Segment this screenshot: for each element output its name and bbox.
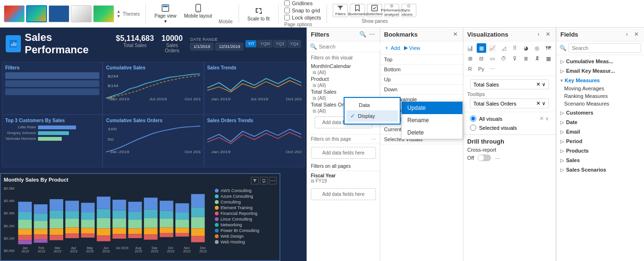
period-btn-4[interactable]: YQ4	[288, 40, 301, 48]
mobile-layout-btn[interactable]: Mobile layout	[181, 2, 215, 25]
expand-chart-btn[interactable]	[260, 177, 268, 184]
field-group-cumulative-header[interactable]: ▷ Cumulative Meas...	[557, 57, 644, 66]
cumulative-sales-card: Cumulative Sales $2M $1M $0 Jan 2019 Jul…	[103, 62, 203, 115]
viz-icon-matrix[interactable]: ⊟	[477, 54, 486, 63]
field-group-key-measures: ▾ Key Measures Moving Averages Ranking M…	[557, 76, 644, 107]
performance-analyzer-label: Performance analyzer	[381, 8, 403, 17]
theme-3[interactable]	[48, 5, 69, 22]
field-group-products-header[interactable]: ▷ Products	[557, 146, 644, 155]
date-to[interactable]: 12/31/2019	[215, 43, 243, 50]
selection-pane-btn[interactable]: Selection	[367, 4, 382, 17]
fields-search-input[interactable]	[568, 43, 641, 53]
bookmark-down[interactable]: Down	[380, 85, 463, 95]
sync-slicers-btn[interactable]: Sync slicers	[401, 4, 416, 17]
viz-icon-stacked-bar[interactable]: ▦	[477, 43, 486, 53]
gridlines-option[interactable]: Gridlines	[284, 0, 321, 6]
bookmark-top[interactable]: Top	[380, 55, 463, 65]
key-measures-ranking[interactable]: Ranking Measures	[557, 92, 644, 100]
field-group-customers-header[interactable]: ▷ Customers	[557, 108, 644, 117]
svg-rect-55	[113, 211, 126, 219]
scale-to-fit-btn[interactable]: Scale to fit	[245, 5, 273, 22]
add-fields-page-btn[interactable]: Add data fields here	[311, 147, 376, 159]
view-bookmark-btn[interactable]: ▶ View	[404, 44, 421, 51]
viz-icon-waterfall[interactable]: ≣	[521, 54, 531, 63]
viz-icon-treemap[interactable]: ▦	[544, 54, 553, 63]
bookmarks-pane-btn[interactable]: Bookmarks	[350, 4, 365, 17]
viz-icon-more[interactable]: ⋯	[488, 64, 497, 74]
viz-icon-ribbon[interactable]: 🎗	[532, 54, 542, 63]
filters-search-input[interactable]	[319, 44, 384, 49]
ctx-rename[interactable]: Rename	[402, 114, 462, 126]
fields-close-icon[interactable]: ✕	[633, 30, 640, 38]
svg-rect-50	[97, 209, 111, 218]
field-group-key-measures-header[interactable]: ▾ Key Measures	[557, 76, 644, 85]
viz-icon-gauge[interactable]: ⏱	[499, 54, 509, 63]
theme-5[interactable]	[93, 5, 114, 22]
field-group-date-header[interactable]: ▷ Date	[557, 118, 644, 126]
field-group-period-header[interactable]: ▷ Period	[557, 137, 644, 145]
period-btn-1[interactable]: YIT	[245, 40, 257, 48]
filters-more-icon[interactable]: ⋯	[368, 30, 376, 38]
bm-sub-data[interactable]: Data	[346, 100, 398, 110]
bookmark-bottom[interactable]: Bottom	[380, 65, 463, 75]
performance-analyzer-btn[interactable]: Performance analyzer	[384, 4, 399, 17]
filter-slicer-3[interactable]	[5, 88, 99, 95]
filters-pane-btn[interactable]: Filters	[333, 4, 348, 17]
lock-objects-option[interactable]: Lock objects	[284, 15, 321, 20]
legend-dot-webdesign	[215, 234, 219, 238]
field-group-sales-scenarios-header[interactable]: ▷ Sales Scenarios	[557, 165, 644, 174]
snap-to-grid-option[interactable]: Snap to grid	[284, 8, 321, 13]
viz-icon-r-visual[interactable]: R	[465, 64, 475, 74]
viz-icon-py-visual[interactable]: Py	[477, 64, 486, 74]
gridlines-checkbox[interactable]	[284, 0, 290, 6]
fields-expand-icon[interactable]: ›	[623, 30, 631, 38]
key-measures-scenario[interactable]: Scenario Measures	[557, 100, 644, 107]
theme-4[interactable]	[71, 5, 92, 22]
bookmark-up[interactable]: Up	[380, 75, 463, 85]
viz-icon-scatter[interactable]: ⠿	[510, 43, 519, 53]
viz-icon-area[interactable]: ◿	[499, 43, 509, 53]
svg-rect-73	[160, 233, 173, 237]
date-from[interactable]: 1/1/2019	[190, 43, 213, 50]
viz-icon-funnel[interactable]: ⊽	[510, 54, 519, 63]
viz-icon-line[interactable]: 📈	[488, 43, 497, 53]
key-measures-moving-avg[interactable]: Moving Averages	[557, 85, 644, 92]
viz-dropdown-1[interactable]: Total Sales ✕ ∨	[470, 79, 549, 89]
filter-chart-btn[interactable]	[251, 177, 259, 184]
viz-icon-table[interactable]: ⊞	[465, 54, 475, 63]
filter-slicer-1[interactable]	[5, 72, 99, 79]
viz-icon-donut[interactable]: ◎	[532, 43, 542, 53]
svg-rect-43	[65, 233, 79, 238]
viz-dropdown-2[interactable]: Total Sales Orders ✕ ∨	[470, 98, 549, 108]
add-bookmark-btn[interactable]: ＋ Add	[384, 44, 400, 51]
more-chart-btn[interactable]: ⋯	[269, 177, 277, 184]
field-group-email-key-header[interactable]: ▷ Email Key Measur...	[557, 67, 644, 75]
bm-sub-display[interactable]: ✓ Display	[346, 110, 398, 122]
field-group-sales-header[interactable]: ▷ Sales	[557, 156, 644, 164]
svg-rect-72	[160, 227, 173, 233]
bookmarks-close-icon[interactable]: ✕	[452, 30, 459, 38]
viz-expand-icon[interactable]: ›	[535, 30, 542, 38]
period-btn-3[interactable]: YQ3	[273, 40, 287, 48]
page-view-btn[interactable]: Page view ▼	[152, 2, 179, 25]
selected-visuals-radio[interactable]	[470, 125, 476, 131]
viz-icon-pie[interactable]: ◕	[521, 43, 531, 53]
ctx-update[interactable]: Update	[402, 102, 462, 114]
snap-to-grid-checkbox[interactable]	[284, 8, 290, 13]
theme-1[interactable]	[4, 5, 25, 22]
viz-icon-card[interactable]: ▭	[488, 54, 497, 63]
period-btn-2[interactable]: YQM	[258, 40, 272, 48]
viz-icon-map[interactable]: 🗺	[544, 43, 553, 53]
add-fields-all-btn[interactable]: Add data fields here	[311, 188, 376, 200]
theme-2[interactable]	[26, 5, 47, 22]
ctx-delete[interactable]: Delete	[402, 126, 462, 139]
filter-slicer-2[interactable]	[5, 80, 99, 87]
lock-objects-checkbox[interactable]	[284, 15, 290, 20]
filters-search-icon[interactable]: 🔍	[359, 30, 366, 38]
cross-report-toggle[interactable]	[478, 155, 491, 161]
field-group-email-header[interactable]: ▷ Email	[557, 127, 644, 136]
viz-close-icon[interactable]: ✕	[544, 30, 552, 38]
all-visuals-radio[interactable]	[470, 116, 476, 122]
filter-month-name: MonthInCalendar	[311, 63, 351, 69]
viz-icon-bar[interactable]: 📊	[465, 43, 475, 53]
